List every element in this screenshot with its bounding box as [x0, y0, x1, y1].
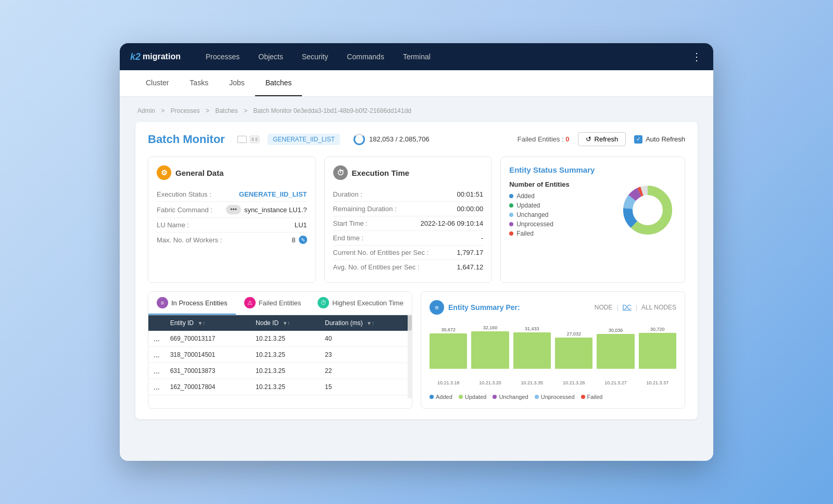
nav-item-security[interactable]: Security	[293, 45, 338, 68]
chart-legend-dot-3	[535, 395, 539, 399]
fabric-command-row: Fabric Command : ••• sync_instance LU1.?	[157, 202, 307, 218]
nav-items: Processes Objects Security Commands Term…	[196, 45, 691, 68]
auto-refresh-label: Auto Refresh	[646, 135, 685, 143]
scroll-indicator[interactable]	[408, 315, 412, 398]
table-row: ... 162_700017804 10.21.3.25 15	[148, 379, 412, 395]
sub-nav-cluster[interactable]: Cluster	[135, 70, 179, 96]
row-node-id-4: 10.21.3.25	[250, 395, 320, 399]
chart-legend: Added Updated Unchanged Unprocessed Fail…	[430, 394, 676, 400]
window-btn-2[interactable]	[250, 136, 259, 143]
table-col-action	[148, 315, 165, 331]
row-dots-4[interactable]: ...	[148, 395, 165, 399]
sub-nav-tasks[interactable]: Tasks	[179, 70, 219, 96]
row-duration-4: 8	[320, 395, 412, 399]
node-opt-dc[interactable]: DC	[623, 304, 632, 311]
progress-circle	[354, 134, 365, 145]
table-col-node-id: Node ID ▼↑	[250, 315, 320, 331]
fabric-command-dots[interactable]: •••	[226, 205, 241, 214]
start-time-row: Start Time : 2022-12-06 09:10:14	[333, 216, 484, 231]
general-data-icon: ⚙	[157, 165, 171, 180]
filter-duration-icon[interactable]: ▼↑	[367, 320, 374, 326]
legend-updated: Updated	[509, 202, 611, 209]
legend-added: Added	[509, 192, 611, 200]
sub-nav-jobs[interactable]: Jobs	[219, 70, 255, 96]
lu-name-row: LU Name : LU1	[157, 218, 307, 232]
row-node-id-2: 10.21.3.25	[250, 363, 320, 379]
row-node-id-1: 10.21.3.25	[250, 347, 320, 363]
tab-failed[interactable]: ⚠ Failed Entities	[236, 292, 310, 315]
tabs-header: ≡ In Process Entities ⚠ Failed Entities …	[148, 292, 412, 315]
node-opt-node[interactable]: NODE	[595, 304, 613, 311]
auto-refresh-area: Auto Refresh	[634, 135, 685, 144]
breadcrumb-admin[interactable]: Admin	[137, 107, 155, 114]
chart-legend-label-2: Unchanged	[499, 394, 528, 400]
tab-in-process[interactable]: ≡ In Process Entities	[148, 292, 236, 315]
filter-entity-id-icon[interactable]: ▼↑	[197, 320, 205, 326]
dot-added	[509, 194, 513, 198]
edit-workers-icon[interactable]: ✎	[299, 236, 307, 244]
chart-legend-dot-4	[581, 395, 585, 399]
row-duration-3: 15	[320, 379, 412, 395]
command-tag: GENERATE_IID_LIST	[268, 134, 340, 145]
row-dots-3[interactable]: ...	[148, 379, 165, 395]
general-data-title: ⚙ General Data	[157, 165, 307, 180]
auto-refresh-checkbox[interactable]	[634, 135, 642, 144]
card-area: Batch Monitor GENERATE_IID_LIST 182,053 …	[135, 122, 698, 419]
remaining-duration-row: Remaining Duration : 00:00:00	[333, 202, 484, 216]
refresh-button[interactable]: ↺ Refresh	[578, 132, 626, 146]
bar-5	[639, 333, 676, 369]
breadcrumb-processes[interactable]: Processes	[171, 107, 200, 114]
bottom-section: ≡ In Process Entities ⚠ Failed Entities …	[148, 291, 685, 409]
window-btn-1[interactable]	[237, 136, 247, 143]
chart-legend-dot-0	[430, 395, 434, 399]
bar-label-3: 10.21.3.26	[555, 380, 592, 385]
failed-entities-badge: Failed Entities : 0	[518, 135, 570, 143]
row-node-id-0: 10.21.3.25	[250, 331, 320, 347]
scroll-thumb[interactable]	[408, 315, 412, 331]
sub-nav-batches[interactable]: Batches	[255, 70, 302, 96]
bar-label-0: 10.21.3.18	[430, 380, 467, 385]
chart-legend-item-2: Unchanged	[493, 394, 528, 400]
donut-chart	[619, 182, 676, 239]
table-row: ... 631_700013873 10.21.3.25 22	[148, 363, 412, 379]
nav-item-processes[interactable]: Processes	[196, 45, 249, 68]
filter-node-id-icon[interactable]: ▼↑	[282, 320, 290, 326]
nav-item-terminal[interactable]: Terminal	[394, 45, 440, 68]
node-title: Entity Summary Per:	[448, 303, 590, 312]
nav-item-objects[interactable]: Objects	[249, 45, 292, 68]
top-navigation: k2 migration Processes Objects Security …	[120, 43, 713, 70]
entity-status-title: Entity Status Summary	[509, 165, 676, 174]
end-time-row: End time : -	[333, 231, 484, 245]
batch-monitor-title: Batch Monitor	[148, 133, 225, 146]
bar-chart-area: 30,672 32,160 31,433 27,032 30,036 30,72…	[430, 322, 676, 390]
tab-icon-highest: ⏱	[318, 297, 329, 308]
batch-header: Batch Monitor GENERATE_IID_LIST 182,053 …	[148, 132, 685, 146]
table-row: ... 669_700013117 10.21.3.25 40	[148, 331, 412, 347]
row-dots-0[interactable]: ...	[148, 331, 165, 347]
entity-summary-node-panel: ≡ Entity Summary Per: NODE | DC | ALL NO…	[421, 291, 685, 409]
nav-item-commands[interactable]: Commands	[337, 45, 394, 68]
tab-highest[interactable]: ⏱ Highest Execution Time	[309, 292, 412, 315]
row-dots-1[interactable]: ...	[148, 347, 165, 363]
current-entities-row: Current No. of Entities per Sec : 1,797.…	[333, 245, 484, 260]
dot-updated	[509, 203, 513, 208]
bar-4	[597, 334, 634, 369]
chart-legend-label-0: Added	[436, 394, 452, 400]
row-entity-id-0: 669_700013117	[165, 331, 250, 347]
chart-legend-dot-1	[459, 395, 463, 399]
breadcrumb-batches[interactable]: Batches	[215, 107, 237, 114]
node-opt-all-nodes[interactable]: ALL NODES	[641, 304, 676, 311]
node-panel-header: ≡ Entity Summary Per: NODE | DC | ALL NO…	[430, 300, 676, 315]
bar-value-0: 30,672	[441, 327, 456, 332]
bar-value-2: 31,433	[525, 326, 539, 331]
bar-2	[513, 332, 551, 369]
row-entity-id-3: 162_700017804	[165, 379, 250, 395]
row-dots-2[interactable]: ...	[148, 363, 165, 379]
breadcrumb: Admin > Processes > Batches > Batch Moni…	[135, 107, 698, 114]
max-workers-row: Max. No. of Workers : 8 ✎	[157, 232, 307, 247]
nav-more-icon[interactable]: ⋮	[691, 50, 703, 63]
table-scroll-area[interactable]: Entity ID ▼↑ Node ID ▼↑ Duration (ms)	[148, 315, 412, 398]
chart-legend-item-1: Updated	[459, 394, 487, 400]
node-options: NODE | DC | ALL NODES	[595, 304, 676, 311]
chart-legend-label-3: Unprocessed	[541, 394, 575, 400]
